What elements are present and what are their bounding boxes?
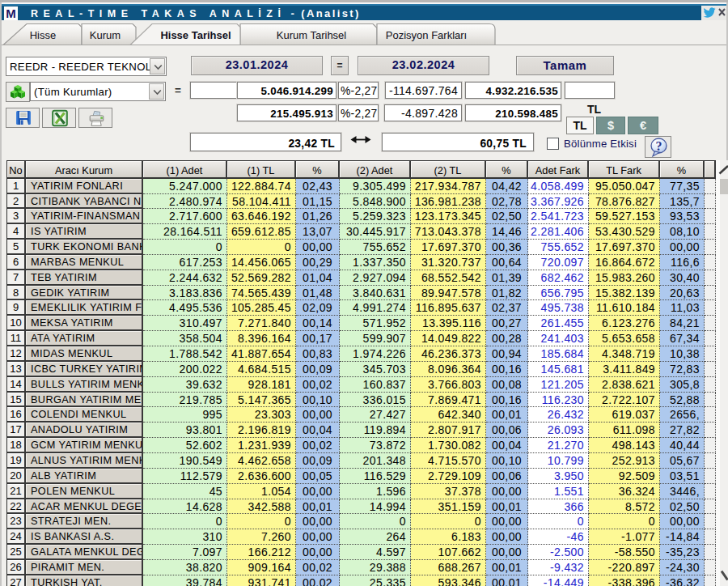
svg-text:?: ? <box>656 139 662 153</box>
